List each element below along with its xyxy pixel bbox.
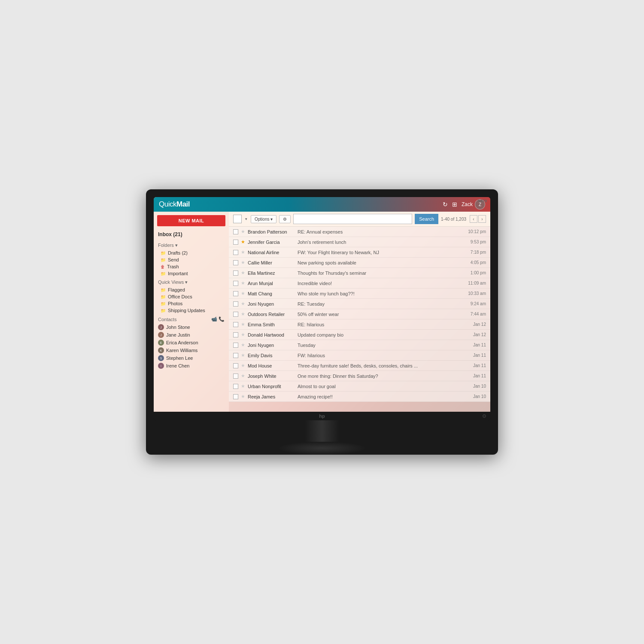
row-star-3[interactable]: ★ <box>241 260 245 265</box>
folder-item-drafts[interactable]: 📁 Drafts (2) <box>154 249 229 256</box>
contact-avatar-stephen: S <box>158 355 164 361</box>
row-star-7[interactable]: ★ <box>241 301 245 307</box>
email-row[interactable]: ★ Callie Miller New parking spots availa… <box>229 258 490 268</box>
row-checkbox-4[interactable] <box>233 270 238 276</box>
email-row[interactable]: ★ Donald Hartwood Updated company bio Ja… <box>229 330 490 340</box>
search-button[interactable]: Search <box>415 214 438 224</box>
row-star-14[interactable]: ★ <box>241 373 245 379</box>
row-star-12[interactable]: ★ <box>241 352 245 358</box>
select-dropdown-arrow[interactable]: ▾ <box>244 216 248 222</box>
row-checkbox-8[interactable] <box>233 312 238 317</box>
folder-item-send[interactable]: 📁 Send <box>154 256 229 263</box>
email-row[interactable]: ★ Mod House Three-day furniture sale! Be… <box>229 361 490 371</box>
row-star-1[interactable]: ★ <box>241 239 245 245</box>
folders-header[interactable]: Folders ▾ <box>154 240 229 249</box>
email-row[interactable]: ★ Matt Chang Who stole my lunch bag??! 1… <box>229 289 490 299</box>
email-row[interactable]: ★ Reeja James Amazing recipe!! Jan 10 <box>229 392 490 402</box>
row-subject-7: RE: Tuesday <box>298 301 468 307</box>
pagination-info: 1-40 of 1,203 ‹ › <box>441 215 486 223</box>
email-row[interactable]: ★ Arun Munjal Incredible video! 11:09 am <box>229 278 490 289</box>
settings-button[interactable]: ⚙ <box>279 215 291 223</box>
row-subject-14: One more thing: Dinner this Saturday? <box>298 374 471 379</box>
select-all-checkbox[interactable] <box>233 215 242 223</box>
logo-quick: Quick <box>159 200 176 208</box>
monitor-model-label: V270 <box>478 199 487 203</box>
row-checkbox-6[interactable] <box>233 291 238 296</box>
email-row[interactable]: ★ Outdoors Retailer 50% off winter wear … <box>229 309 490 319</box>
folder-label-send: Send <box>168 257 179 262</box>
email-row[interactable]: ★ Emma Smith RE: hilarious Jan 12 <box>229 319 490 330</box>
row-star-16[interactable]: ★ <box>241 394 245 399</box>
email-row[interactable]: ★ Joni Nyugen Tuesday Jan 11 <box>229 340 490 350</box>
row-star-0[interactable]: ★ <box>241 229 245 234</box>
contact-erica-anderson[interactable]: E Erica Anderson <box>154 339 229 346</box>
row-checkbox-9[interactable] <box>233 322 238 327</box>
monitor-screen: QuickMail ↻ ⊞ Zack Z NEW M <box>154 197 490 412</box>
quick-views-header[interactable]: Quick Views ▾ <box>154 277 229 286</box>
email-row[interactable]: ★ Urban Nonprofit Almost to our goal Jan… <box>229 381 490 392</box>
contacts-icons: 📹 📞 <box>211 316 225 322</box>
row-checkbox-1[interactable] <box>233 240 238 245</box>
power-button[interactable] <box>483 414 486 418</box>
folder-item-trash[interactable]: 🗑 Trash <box>154 263 229 270</box>
folder-item-important[interactable]: 📁 Important <box>154 270 229 277</box>
row-checkbox-12[interactable] <box>233 353 238 358</box>
row-subject-6: Who stole my lunch bag??! <box>298 291 465 296</box>
phone-icon[interactable]: 📞 <box>219 316 225 322</box>
row-checkbox-3[interactable] <box>233 260 238 265</box>
email-row[interactable]: ★ Emily Davis FW: hilarious Jan 11 <box>229 350 490 361</box>
row-subject-10: Updated company bio <box>298 332 471 337</box>
row-star-5[interactable]: ★ <box>241 280 245 286</box>
row-subject-2: FW: Your Flight Itinerary to Newark, NJ <box>298 250 468 255</box>
row-sender-13: Mod House <box>248 363 295 368</box>
row-checkbox-7[interactable] <box>233 301 238 307</box>
email-row[interactable]: ★ Jennifer Garcia John's retirement lunc… <box>229 237 490 247</box>
row-checkbox-14[interactable] <box>233 374 238 379</box>
quick-view-photos[interactable]: 📁 Photos <box>154 300 229 307</box>
email-row[interactable]: ★ Brandon Patterson RE: Annual expenses … <box>229 227 490 237</box>
row-time-13: Jan 11 <box>473 363 486 368</box>
row-star-9[interactable]: ★ <box>241 322 245 327</box>
quick-view-shipping[interactable]: 📁 Shipping Updates <box>154 307 229 314</box>
row-checkbox-15[interactable] <box>233 384 238 389</box>
grid-icon[interactable]: ⊞ <box>452 201 457 208</box>
row-checkbox-11[interactable] <box>233 343 238 348</box>
folder-label-important: Important <box>168 271 188 276</box>
email-row[interactable]: ★ Joseph White One more thing: Dinner th… <box>229 371 490 381</box>
row-star-15[interactable]: ★ <box>241 383 245 389</box>
row-subject-3: New parking spots available <box>298 260 468 265</box>
contact-irene-chen[interactable]: I Irene Chen <box>154 362 229 370</box>
options-button[interactable]: Options ▾ <box>251 215 276 223</box>
contact-karen-williams[interactable]: K Karen Williams <box>154 346 229 354</box>
row-checkbox-10[interactable] <box>233 332 238 337</box>
row-star-11[interactable]: ★ <box>241 342 245 348</box>
row-checkbox-13[interactable] <box>233 363 238 368</box>
video-icon[interactable]: 📹 <box>211 316 217 322</box>
contact-jane-justin[interactable]: J Jane Justin <box>154 331 229 339</box>
quick-view-flagged[interactable]: 📁 Flagged <box>154 286 229 293</box>
email-row[interactable]: ★ Ella Martinez Thoughts for Thursday's … <box>229 268 490 278</box>
row-star-6[interactable]: ★ <box>241 291 245 296</box>
row-checkbox-2[interactable] <box>233 250 238 255</box>
row-star-13[interactable]: ★ <box>241 363 245 368</box>
quick-view-office-docs[interactable]: 📁 Office Docs <box>154 293 229 300</box>
email-row[interactable]: ★ National Airline FW: Your Flight Itine… <box>229 247 490 258</box>
row-star-10[interactable]: ★ <box>241 332 245 337</box>
contact-john-stone[interactable]: J John Stone <box>154 323 229 331</box>
next-page-button[interactable]: › <box>478 215 486 223</box>
search-input[interactable] <box>293 214 412 224</box>
email-row[interactable]: ★ Joni Nyugen RE: Tuesday 9:24 am <box>229 299 490 309</box>
row-checkbox-0[interactable] <box>233 229 238 234</box>
row-checkbox-5[interactable] <box>233 281 238 286</box>
new-mail-button[interactable]: NEW MAIL <box>157 215 225 226</box>
app-logo: QuickMail <box>159 200 190 209</box>
row-sender-2: National Airline <box>248 250 295 255</box>
row-star-8[interactable]: ★ <box>241 311 245 317</box>
contact-stephen-lee[interactable]: S Stephen Lee <box>154 354 229 362</box>
refresh-icon[interactable]: ↻ <box>443 201 448 208</box>
qv-icon-shipping: 📁 <box>161 308 166 313</box>
row-star-2[interactable]: ★ <box>241 249 245 255</box>
prev-page-button[interactable]: ‹ <box>470 215 477 223</box>
row-star-4[interactable]: ★ <box>241 270 245 276</box>
row-checkbox-16[interactable] <box>233 394 238 399</box>
